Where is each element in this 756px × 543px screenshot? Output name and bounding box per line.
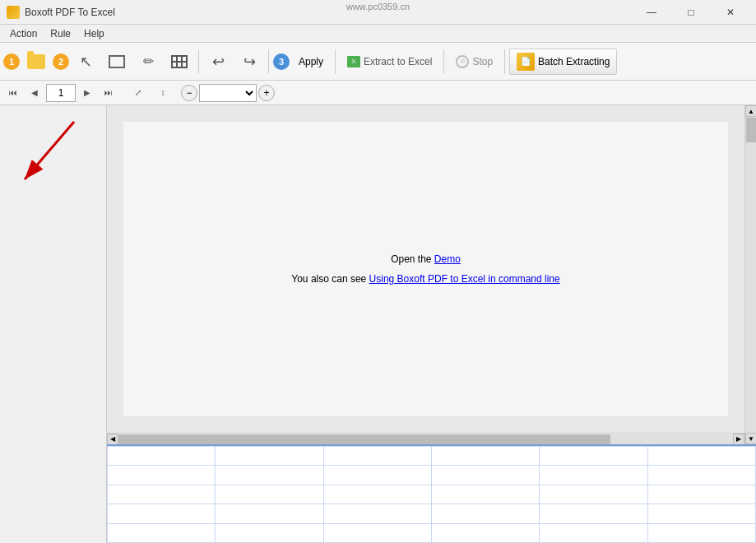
table-cell[interactable] <box>216 466 323 485</box>
svg-line-1 <box>25 122 74 179</box>
table-cell[interactable] <box>216 485 323 504</box>
zoom-out-button[interactable]: − <box>181 85 197 101</box>
prev-page-button[interactable]: ◀ <box>25 83 44 103</box>
last-page-button[interactable]: ⏭ <box>99 83 118 103</box>
table-cell[interactable] <box>323 466 431 485</box>
scroll-left-arrow[interactable]: ◀ <box>107 434 118 445</box>
sep4 <box>443 49 444 74</box>
table-row <box>108 504 756 523</box>
demo-link[interactable]: Demo <box>434 253 461 265</box>
table-cell[interactable] <box>431 466 539 485</box>
table-cell[interactable] <box>431 485 539 504</box>
horizontal-scrollbar[interactable]: ◀ ▶ <box>107 433 744 444</box>
table-cell[interactable] <box>323 504 431 523</box>
table-row <box>108 466 756 485</box>
sep5 <box>504 49 505 74</box>
scroll-up-arrow[interactable]: ▲ <box>745 105 756 117</box>
menu-help[interactable]: Help <box>77 26 111 41</box>
apply-button[interactable]: Apply <box>291 47 331 77</box>
pdf-view-wrapper: Open the Demo You also can see Using Box… <box>107 105 756 444</box>
nav-bar: ⏮ ◀ 1 ▶ ⏭ ⤢ ↕ − 50% 75% 100% 125% 150% + <box>0 81 756 105</box>
step3-badge: 3 <box>273 53 290 70</box>
minimize-button[interactable]: — <box>633 0 670 25</box>
batch-extract-button[interactable]: 📄 Batch Extracting <box>509 49 617 75</box>
cursor-icon: ↖ <box>80 53 92 71</box>
table-cell[interactable] <box>540 447 647 466</box>
thumbnail-panel <box>0 105 107 543</box>
table-cell[interactable] <box>323 447 431 466</box>
table-cell[interactable] <box>216 447 323 466</box>
extract-label: Extract to Excel <box>364 56 432 67</box>
menu-action[interactable]: Action <box>3 26 44 41</box>
app-title: Boxoft PDF To Excel <box>25 7 633 18</box>
title-bar: Boxoft PDF To Excel www.pc0359.cn — □ ✕ <box>0 0 756 25</box>
vertical-scrollbar[interactable]: ▲ ▼ <box>744 105 756 444</box>
table-cell[interactable] <box>108 466 216 485</box>
stop-label: Stop <box>472 56 493 67</box>
table-cell[interactable] <box>108 523 216 542</box>
app-icon <box>7 6 20 19</box>
bottom-table <box>107 444 756 543</box>
table-cell[interactable] <box>431 523 539 542</box>
rectangle-icon <box>109 55 125 68</box>
table-cell[interactable] <box>540 485 647 504</box>
edit-button[interactable]: ✏ <box>133 47 163 77</box>
fit-width-button[interactable]: ↕ <box>151 83 174 103</box>
extract-button[interactable]: X Extract to Excel <box>340 52 439 72</box>
apply-label: Apply <box>299 56 323 67</box>
table-cell[interactable] <box>540 466 647 485</box>
zoom-in-button[interactable]: + <box>258 85 275 101</box>
select-rect-button[interactable] <box>102 47 132 77</box>
batch-label: Batch Extracting <box>538 56 610 67</box>
table-cell[interactable] <box>647 447 755 466</box>
table-icon <box>171 55 188 68</box>
table-cell[interactable] <box>216 523 323 542</box>
first-page-button[interactable]: ⏮ <box>3 83 23 103</box>
fit-page-button[interactable]: ⤢ <box>127 83 150 103</box>
undo-button[interactable]: ↩ <box>203 47 233 77</box>
zoom-select[interactable]: 50% 75% 100% 125% 150% <box>199 84 257 102</box>
table-cell[interactable] <box>540 523 647 542</box>
table-cell[interactable] <box>647 523 755 542</box>
table-cell[interactable] <box>647 485 755 504</box>
v-scroll-track[interactable] <box>745 117 756 433</box>
table-row <box>108 447 756 466</box>
table-button[interactable] <box>165 47 194 77</box>
open-file-button[interactable] <box>21 47 51 77</box>
open-text: Open the <box>391 253 434 265</box>
batch-icon: 📄 <box>517 53 535 71</box>
cursor-tool-button[interactable]: ↖ <box>71 47 100 77</box>
stop-button[interactable]: ⊘ Stop <box>448 51 500 72</box>
pdf-view[interactable]: Open the Demo You also can see Using Box… <box>107 105 744 444</box>
table-cell[interactable] <box>647 504 755 523</box>
v-scroll-thumb <box>746 118 756 142</box>
menu-bar: Action Rule Help <box>0 25 756 43</box>
next-page-button[interactable]: ▶ <box>77 83 97 103</box>
close-button[interactable]: ✕ <box>712 0 749 25</box>
table-cell[interactable] <box>323 485 431 504</box>
table-cell[interactable] <box>108 504 216 523</box>
table-cell[interactable] <box>108 485 216 504</box>
table-cell[interactable] <box>647 466 755 485</box>
window-controls: — □ ✕ <box>633 0 749 25</box>
table-cell[interactable] <box>540 504 647 523</box>
table-cell[interactable] <box>216 504 323 523</box>
stop-icon: ⊘ <box>456 55 469 68</box>
command-link[interactable]: Using Boxoft PDF to Excel in command lin… <box>369 273 560 285</box>
maximize-button[interactable]: □ <box>672 0 710 25</box>
table-cell[interactable] <box>431 504 539 523</box>
table-cell[interactable] <box>108 447 216 466</box>
command-line: You also can see Using Boxoft PDF to Exc… <box>291 269 559 289</box>
pdf-inner: Open the Demo You also can see Using Box… <box>107 105 744 433</box>
scroll-right-arrow[interactable]: ▶ <box>733 434 744 445</box>
table-row <box>108 523 756 542</box>
menu-rule[interactable]: Rule <box>44 26 77 41</box>
table-cell[interactable] <box>323 523 431 542</box>
arrow-overlay <box>0 105 107 212</box>
page-number-input[interactable]: 1 <box>46 84 76 102</box>
scroll-track[interactable] <box>118 434 733 444</box>
table-cell[interactable] <box>431 447 539 466</box>
redo-button[interactable]: ↪ <box>234 47 264 77</box>
main-area: Open the Demo You also can see Using Box… <box>0 105 756 543</box>
scroll-down-arrow[interactable]: ▼ <box>745 433 756 444</box>
